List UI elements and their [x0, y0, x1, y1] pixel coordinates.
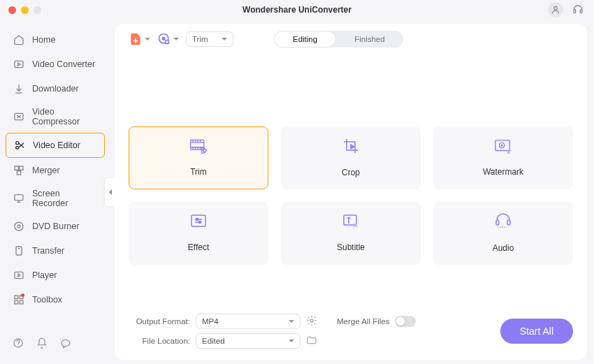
titlebar: Wondershare UniConverter — [0, 0, 594, 20]
downloader-icon — [13, 82, 25, 95]
add-file-button[interactable] — [129, 32, 150, 46]
svg-point-7 — [16, 146, 19, 149]
svg-rect-17 — [15, 296, 18, 299]
svg-point-13 — [17, 225, 20, 228]
feedback-icon[interactable] — [60, 337, 71, 351]
select-value: Trim — [192, 35, 208, 43]
svg-marker-4 — [18, 63, 20, 66]
sidebar-item-label: Transfer — [32, 246, 64, 256]
card-label: Trim — [190, 167, 207, 177]
add-disc-button[interactable] — [157, 32, 179, 46]
sidebar-item-player[interactable]: Player — [6, 263, 105, 287]
svg-point-34 — [199, 221, 201, 224]
svg-rect-14 — [16, 247, 22, 255]
chevron-down-icon — [289, 340, 294, 342]
sidebar-item-dvd-burner[interactable]: DVD Burner — [6, 214, 105, 238]
edit-card-subtitle[interactable]: Subtitle — [281, 202, 421, 265]
status-tabs: Editing Finished — [274, 31, 403, 48]
sidebar-item-label: Video Compressor — [32, 107, 98, 126]
merge-label: Merge All Files — [337, 317, 389, 326]
user-account-icon[interactable] — [548, 2, 563, 17]
sidebar-item-video-editor[interactable]: Video Editor — [6, 133, 105, 158]
edit-card-crop[interactable]: Crop — [281, 126, 421, 189]
merger-icon — [13, 164, 25, 177]
sidebar-item-label: Video Converter — [32, 59, 95, 69]
card-label: Crop — [342, 168, 360, 177]
chevron-down-icon — [145, 38, 150, 41]
svg-rect-15 — [15, 272, 23, 278]
sidebar-item-label: Player — [32, 270, 57, 280]
card-label: Watermark — [483, 167, 523, 177]
sidebar-item-label: Downloader — [32, 84, 79, 94]
maximize-window-icon[interactable] — [34, 6, 41, 14]
notifications-icon[interactable] — [36, 337, 48, 351]
svg-rect-32 — [191, 215, 205, 226]
notification-dot-icon — [21, 293, 24, 297]
compressor-icon — [13, 110, 25, 123]
crop-icon — [342, 138, 359, 156]
card-label: Audio — [493, 243, 514, 253]
svg-marker-28 — [351, 145, 354, 149]
sidebar: Home Video Converter Downloader Video Co… — [0, 20, 110, 364]
edit-card-effect[interactable]: Effect — [129, 202, 268, 265]
sidebar-item-label: Video Editor — [33, 140, 80, 150]
edit-card-audio[interactable]: Audio — [433, 202, 573, 265]
svg-point-31 — [501, 145, 502, 146]
minimize-window-icon[interactable] — [21, 6, 29, 14]
merge-toggle[interactable] — [395, 316, 416, 327]
svg-rect-1 — [574, 10, 576, 13]
window-controls — [8, 6, 41, 14]
sidebar-item-video-compressor[interactable]: Video Compressor — [6, 101, 105, 132]
card-label: Effect — [188, 242, 209, 252]
card-label: Subtitle — [337, 242, 365, 252]
output-format-select[interactable]: MP4 — [196, 314, 300, 329]
sidebar-item-label: DVD Burner — [32, 221, 79, 231]
svg-point-33 — [196, 219, 198, 221]
tab-finished[interactable]: Finished — [336, 31, 403, 48]
screen-recorder-icon — [13, 192, 25, 205]
svg-rect-2 — [580, 10, 582, 13]
file-location-label: File Location: — [129, 337, 190, 345]
tab-editing[interactable]: Editing — [274, 31, 336, 48]
file-location-select[interactable]: Edited — [196, 333, 300, 349]
edit-card-trim[interactable]: Trim — [129, 126, 268, 189]
svg-rect-36 — [496, 220, 499, 225]
video-converter-icon — [13, 58, 25, 71]
output-format-label: Output Format: — [129, 317, 190, 326]
help-icon[interactable] — [13, 337, 24, 351]
chevron-down-icon — [289, 320, 294, 323]
audio-icon — [494, 213, 512, 232]
sidebar-item-label: Home — [32, 35, 55, 45]
svg-rect-20 — [20, 300, 23, 304]
svg-rect-9 — [20, 166, 23, 170]
home-icon — [13, 34, 25, 46]
sidebar-item-toolbox[interactable]: Toolbox — [6, 288, 105, 312]
sidebar-item-merger[interactable]: Merger — [6, 159, 105, 182]
svg-rect-37 — [507, 220, 510, 225]
sidebar-item-transfer[interactable]: Transfer — [6, 239, 105, 263]
sidebar-item-home[interactable]: Home — [6, 28, 105, 52]
svg-rect-19 — [15, 300, 18, 304]
svg-point-27 — [201, 151, 203, 153]
support-icon[interactable] — [570, 2, 586, 17]
edit-mode-select[interactable]: Trim — [186, 31, 233, 47]
sidebar-item-screen-recorder[interactable]: Screen Recorder — [6, 183, 105, 214]
folder-icon[interactable] — [306, 335, 317, 348]
app-title: Wondershare UniConverter — [242, 5, 352, 15]
video-editor-icon — [13, 139, 26, 152]
select-value: MP4 — [202, 317, 219, 326]
sidebar-item-downloader[interactable]: Downloader — [6, 77, 105, 101]
dvd-icon — [13, 220, 25, 233]
close-window-icon[interactable] — [8, 6, 16, 14]
svg-point-6 — [16, 142, 19, 145]
collapse-sidebar-icon[interactable] — [105, 178, 116, 206]
start-all-button[interactable]: Start All — [500, 319, 573, 344]
player-icon — [13, 269, 25, 282]
edit-card-watermark[interactable]: Watermark — [433, 126, 573, 189]
svg-rect-10 — [17, 171, 20, 175]
svg-rect-11 — [15, 195, 23, 201]
effect-icon — [190, 214, 207, 231]
svg-rect-8 — [15, 166, 18, 170]
settings-icon[interactable] — [306, 315, 317, 328]
sidebar-item-video-converter[interactable]: Video Converter — [6, 52, 105, 76]
